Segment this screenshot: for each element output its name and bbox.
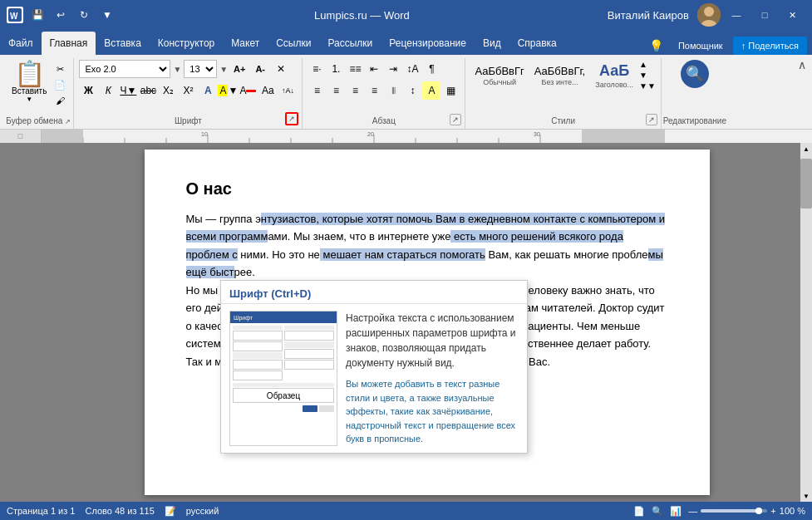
group-para-label: Абзац <box>303 116 465 125</box>
borders-btn[interactable]: ▦ <box>441 81 460 100</box>
status-icon-3[interactable]: 📊 <box>670 506 682 517</box>
subscript-button[interactable]: X₂ <box>159 81 177 100</box>
styles-scroll-down[interactable]: ▼ <box>639 71 656 81</box>
clear-format-btn[interactable]: ✕ <box>272 60 290 78</box>
status-icon-2[interactable]: 🔍 <box>652 506 663 517</box>
ruler-corner: □ <box>0 130 42 143</box>
para-row-1: ≡· 1. ≡≡ ⇤ ⇥ ↕A ¶ <box>308 60 460 78</box>
help-icon[interactable]: 💡 <box>644 39 668 52</box>
tab-file[interactable]: Файл <box>0 32 42 55</box>
svg-text:10: 10 <box>201 131 208 137</box>
group-paragraph: ≡· 1. ≡≡ ⇤ ⇥ ↕A ¶ ≡ ≡ ≡ ≡ ⫴ ↕ A ▦ ↗ Абза… <box>303 58 465 129</box>
horizontal-ruler: 10 20 30 <box>42 130 812 143</box>
tooltip-preview: Шрифт <box>229 311 337 446</box>
view-ruler-btn[interactable]: □ <box>0 130 41 143</box>
tab-mailings[interactable]: Рассылки <box>319 32 381 55</box>
font-row-2: Ж К Ч▼ аbc X₂ X² A A▼ A Аа ↑A↓ <box>79 81 297 100</box>
superscript-button[interactable]: X² <box>179 81 197 100</box>
column-btn[interactable]: ⫴ <box>384 81 402 100</box>
maximize-button[interactable]: □ <box>752 6 777 24</box>
preview-col-1 <box>233 326 283 381</box>
scroll-up-btn[interactable]: ▲ <box>800 143 812 155</box>
decrease-indent-btn[interactable]: ⇤ <box>365 60 383 78</box>
line-spacing-btn[interactable]: ↕ <box>403 81 421 100</box>
qat-more[interactable]: ▼ <box>98 6 116 24</box>
group-editing-label: Редактирование <box>662 116 728 125</box>
style-no-spacing[interactable]: АаБбВвГг, Без инте... <box>530 62 589 89</box>
align-left-btn[interactable]: ≡ <box>308 81 326 100</box>
group-font: Exo 2.0 ▼ 13 ▼ A+ A- ✕ Ж К Ч▼ аbc X₂ X² … <box>74 58 303 129</box>
qat-redo[interactable]: ↻ <box>75 6 93 24</box>
style-no-spacing-preview: АаБбВвГг, <box>534 65 585 78</box>
bullets-btn[interactable]: ≡· <box>308 60 326 78</box>
zoom-in-btn[interactable]: + <box>770 506 775 516</box>
group-styles: АаБбВвГг Обычный АаБбВвГг, Без инте... А… <box>465 58 662 129</box>
text-format-btn[interactable]: Аа <box>258 81 277 100</box>
underline-button[interactable]: Ч▼ <box>119 81 137 100</box>
strikethrough-button[interactable]: аbc <box>139 81 157 100</box>
font-color-btn[interactable]: A <box>239 81 257 100</box>
tab-home[interactable]: Главная <box>42 32 96 55</box>
share-button[interactable]: ↑ Поделиться <box>733 37 807 55</box>
italic-button[interactable]: К <box>99 81 117 100</box>
numbering-btn[interactable]: 1. <box>327 60 345 78</box>
find-search-icon[interactable]: 🔍 <box>681 60 709 88</box>
styles-scroll-up[interactable]: ▲ <box>639 60 656 70</box>
font-size-select[interactable]: 13 <box>184 60 217 78</box>
tooltip-title: Шрифт (Ctrl+D) <box>221 281 527 304</box>
shading-btn[interactable]: A <box>422 81 440 100</box>
style-heading1[interactable]: АаБ Заголово... <box>591 60 637 91</box>
align-center-btn[interactable]: ≡ <box>327 81 345 100</box>
highlight-btn[interactable]: A▼ <box>219 81 237 100</box>
paste-button[interactable]: 📋 Вставить ▼ <box>8 60 50 105</box>
close-button[interactable]: ✕ <box>780 6 805 24</box>
status-words: Слово 48 из 115 <box>85 506 154 516</box>
tab-insert[interactable]: Вставка <box>96 32 150 55</box>
format-painter-button[interactable]: 🖌 <box>52 93 68 108</box>
scroll-down-btn[interactable]: ▼ <box>800 490 812 502</box>
vertical-scrollbar[interactable]: ▲ ▼ <box>800 143 812 502</box>
sort-btn[interactable]: ↕A <box>403 60 421 78</box>
font-row-1: Exo 2.0 ▼ 13 ▼ A+ A- ✕ <box>79 60 297 78</box>
tab-references[interactable]: Ссылки <box>268 32 319 55</box>
assistant-label[interactable]: Помощник <box>673 41 728 51</box>
preview-sample: Образец <box>233 388 334 403</box>
increase-indent-btn[interactable]: ⇥ <box>384 60 402 78</box>
style-normal-label: Обычный <box>483 78 516 86</box>
scroll-thumb[interactable] <box>800 159 812 208</box>
preview-content: Образец <box>230 323 337 415</box>
cut-button[interactable]: ✂ <box>52 61 68 76</box>
para-row-2: ≡ ≡ ≡ ≡ ⫴ ↕ A ▦ <box>308 81 460 100</box>
show-marks-btn[interactable]: ¶ <box>422 60 440 78</box>
qat-undo[interactable]: ↩ <box>52 6 70 24</box>
align-right-btn[interactable]: ≡ <box>346 81 364 100</box>
tab-review[interactable]: Рецензирование <box>381 32 475 55</box>
increase-font-btn[interactable]: A+ <box>230 60 249 78</box>
multilevel-btn[interactable]: ≡≡ <box>346 60 364 78</box>
tab-design[interactable]: Конструктор <box>150 32 223 55</box>
text-effects-btn[interactable]: A <box>199 81 217 100</box>
tab-layout[interactable]: Макет <box>223 32 268 55</box>
justify-btn[interactable]: ≡ <box>365 81 383 100</box>
decrease-font-btn[interactable]: A- <box>251 60 269 78</box>
style-normal[interactable]: АаБбВвГг Обычный <box>470 62 528 89</box>
zoom-out-btn[interactable]: — <box>688 506 697 516</box>
zoom-slider[interactable] <box>701 509 767 513</box>
svg-text:20: 20 <box>367 131 374 137</box>
collapse-ribbon-button[interactable]: ∧ <box>795 58 809 71</box>
minimize-button[interactable]: — <box>724 6 749 24</box>
preview-row-1 <box>233 326 334 381</box>
zoom-fill <box>701 509 760 513</box>
bold-button[interactable]: Ж <box>79 81 97 100</box>
status-icon-1[interactable]: 📄 <box>633 506 645 517</box>
tab-help[interactable]: Справка <box>509 32 565 55</box>
font-name-select[interactable]: Exo 2.0 <box>79 60 170 78</box>
tab-view[interactable]: Вид <box>475 32 509 55</box>
doc-scroll-area: О нас Мы — группа энтузиастов, которые х… <box>0 143 812 502</box>
increase-indent-font[interactable]: ↑A↓ <box>278 81 297 100</box>
copy-button[interactable]: 📄 <box>52 77 68 92</box>
qat-save[interactable]: 💾 <box>28 6 47 24</box>
title-bar-right: Виталий Каиров — □ ✕ <box>608 3 805 27</box>
styles-more[interactable]: ▼▼ <box>639 81 656 91</box>
para-1: Мы — группа энтузиастов, которые хотят п… <box>186 210 668 282</box>
